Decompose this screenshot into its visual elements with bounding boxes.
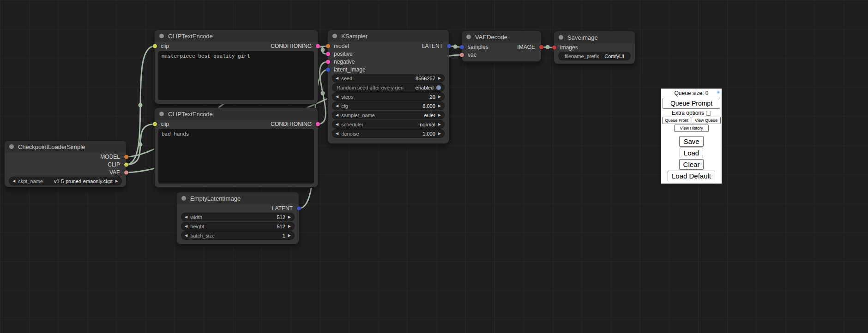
node-title: CLIPTextEncode: [168, 33, 213, 40]
negative-input-port[interactable]: [326, 59, 330, 64]
samples-input-port[interactable]: [460, 45, 464, 49]
node-title-bar[interactable]: CLIPTextEncode: [155, 30, 318, 42]
node-title-bar[interactable]: CheckpointLoaderSimple: [5, 141, 126, 153]
cfg-widget[interactable]: ◀ cfg 8.000 ▶: [332, 102, 444, 110]
latent-output-port[interactable]: [447, 44, 451, 48]
increment-icon[interactable]: ▶: [438, 123, 441, 126]
port-row: clip CONDITIONING: [155, 42, 318, 50]
queue-prompt-button[interactable]: Queue Prompt: [663, 98, 720, 109]
steps-widget[interactable]: ◀ steps 20 ▶: [332, 93, 444, 101]
latent-output-port[interactable]: [297, 206, 301, 210]
clip-input-port[interactable]: [153, 122, 157, 126]
link-midpoint-dot: [321, 91, 325, 95]
latent-image-input-port[interactable]: [326, 67, 330, 71]
height-widget[interactable]: ◀ height 512 ▶: [181, 222, 294, 230]
widget-label: sampler_name: [341, 113, 375, 118]
node-checkpoint-loader-simple[interactable]: CheckpointLoaderSimple MODEL CLIP VAE ◀ …: [5, 141, 126, 187]
save-button[interactable]: Save: [679, 136, 703, 147]
port-label-conditioning: CONDITIONING: [271, 121, 312, 127]
increment-icon[interactable]: ▶: [438, 113, 441, 117]
image-output-port[interactable]: [539, 45, 543, 49]
node-empty-latent-image[interactable]: EmptyLatentImage LATENT ◀ width 512 ▶ ◀ …: [177, 192, 299, 244]
node-clip-text-encode-negative[interactable]: CLIPTextEncode clip CONDITIONING bad han…: [155, 108, 318, 187]
ckpt-name-widget[interactable]: ◀ ckpt_name v1-5-pruned-emaonly.ckpt ▶: [9, 177, 121, 185]
widget-label: batch_size: [190, 233, 215, 238]
seed-widget[interactable]: ◀ seed 8566257 ▶: [332, 74, 444, 82]
queue-front-button[interactable]: Queue Front: [662, 117, 691, 124]
clear-button[interactable]: Clear: [679, 159, 704, 170]
decrement-icon[interactable]: ◀: [336, 95, 338, 99]
extra-options-row: Extra options: [662, 110, 721, 116]
settings-icon[interactable]: ✳: [716, 90, 720, 95]
collapse-icon[interactable]: [332, 34, 337, 38]
decrement-icon[interactable]: ◀: [12, 179, 15, 183]
node-title-bar[interactable]: VAEDecode: [462, 31, 541, 43]
clip-output-port[interactable]: [124, 162, 128, 166]
port-row: images: [554, 43, 635, 51]
view-history-button[interactable]: View History: [674, 125, 709, 132]
clip-input-port[interactable]: [153, 44, 157, 48]
collapse-icon[interactable]: [159, 34, 164, 38]
node-title-bar[interactable]: SaveImage: [554, 31, 635, 43]
denoise-widget[interactable]: ◀ denoise 1.000 ▶: [332, 130, 444, 137]
node-save-image[interactable]: SaveImage images filename_prefix ComfyUI: [554, 31, 635, 64]
random-seed-toggle-widget[interactable]: Random seed after every gen enabled: [332, 83, 444, 91]
decrement-icon[interactable]: ◀: [336, 132, 338, 136]
node-clip-text-encode-positive[interactable]: CLIPTextEncode clip CONDITIONING masterp…: [155, 30, 318, 104]
port-label-positive: positive: [334, 51, 353, 57]
port-row: samples IMAGE: [462, 43, 541, 51]
link-midpoint-dot: [139, 143, 143, 147]
increment-icon[interactable]: ▶: [288, 234, 291, 238]
increment-icon[interactable]: ▶: [438, 132, 441, 136]
port-row: clip CONDITIONING: [155, 120, 318, 128]
increment-icon[interactable]: ▶: [438, 77, 441, 80]
collapse-icon[interactable]: [9, 144, 14, 149]
node-title-bar[interactable]: EmptyLatentImage: [177, 192, 299, 204]
batch-size-widget[interactable]: ◀ batch_size 1 ▶: [181, 232, 294, 239]
view-queue-button[interactable]: View Queue: [692, 117, 721, 124]
collapse-icon[interactable]: [559, 35, 563, 40]
decrement-icon[interactable]: ◀: [185, 225, 187, 228]
collapse-icon[interactable]: [181, 196, 186, 201]
toggle-dot-icon[interactable]: [436, 85, 441, 90]
port-label-model: model: [334, 43, 349, 49]
graph-canvas[interactable]: CheckpointLoaderSimple MODEL CLIP VAE ◀ …: [0, 0, 868, 333]
images-input-port[interactable]: [552, 45, 556, 49]
decrement-icon[interactable]: ◀: [336, 104, 338, 108]
vae-output-port[interactable]: [124, 170, 128, 174]
node-ksampler[interactable]: KSampler model LATENT positive negative …: [328, 30, 449, 143]
load-default-button[interactable]: Load Default: [668, 171, 715, 181]
conditioning-output-port[interactable]: [316, 44, 320, 48]
filename-prefix-widget[interactable]: filename_prefix ComfyUI: [559, 52, 630, 60]
load-button[interactable]: Load: [680, 148, 703, 158]
positive-prompt-textarea[interactable]: masterpiece best quality girl: [158, 51, 314, 100]
decrement-icon[interactable]: ◀: [336, 113, 338, 117]
increment-icon[interactable]: ▶: [288, 215, 291, 219]
vae-input-port[interactable]: [460, 53, 464, 57]
model-output-port[interactable]: [124, 155, 128, 159]
increment-icon[interactable]: ▶: [115, 179, 118, 183]
conditioning-output-port[interactable]: [316, 122, 320, 126]
extra-options-checkbox[interactable]: [706, 111, 711, 116]
collapse-icon[interactable]: [466, 35, 471, 39]
port-row: positive: [328, 50, 449, 58]
decrement-icon[interactable]: ◀: [185, 215, 187, 219]
scheduler-widget[interactable]: ◀ scheduler normal ▶: [332, 120, 444, 128]
sampler-name-widget[interactable]: ◀ sampler_name euler ▶: [332, 111, 444, 119]
decrement-icon[interactable]: ◀: [336, 123, 338, 126]
node-title-bar[interactable]: CLIPTextEncode: [155, 108, 318, 120]
positive-input-port[interactable]: [326, 52, 330, 56]
decrement-icon[interactable]: ◀: [185, 234, 187, 238]
increment-icon[interactable]: ▶: [438, 104, 441, 108]
node-vae-decode[interactable]: VAEDecode samples IMAGE vae: [462, 31, 541, 61]
decrement-icon[interactable]: ◀: [336, 77, 338, 80]
node-title-bar[interactable]: KSampler: [328, 30, 449, 42]
width-widget[interactable]: ◀ width 512 ▶: [181, 213, 294, 221]
link-midpoint-dot: [546, 45, 550, 49]
increment-icon[interactable]: ▶: [288, 225, 291, 228]
increment-icon[interactable]: ▶: [438, 95, 441, 99]
model-input-port[interactable]: [326, 44, 330, 48]
negative-prompt-textarea[interactable]: bad hands: [158, 129, 314, 184]
node-title: CheckpointLoaderSimple: [18, 143, 85, 150]
collapse-icon[interactable]: [159, 112, 164, 116]
